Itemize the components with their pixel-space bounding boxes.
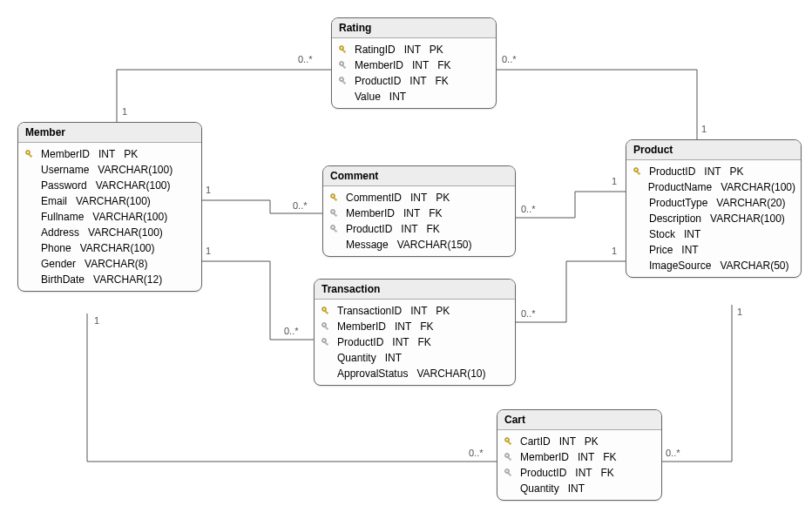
column-label: Price INT <box>649 244 699 256</box>
key-slot <box>328 208 341 219</box>
column-row: RatingID INT PK <box>334 42 494 57</box>
foreign-key-icon <box>321 321 331 332</box>
entity-cart: Cart CartID INT PK MemberID INT FK Produ… <box>497 409 662 501</box>
mult-member-cart-1: 1 <box>94 315 99 326</box>
column-row: Address VARCHAR(100) <box>20 225 200 240</box>
column-label: MemberID INT FK <box>355 59 450 71</box>
primary-key-icon <box>329 192 340 203</box>
entity-comment-body: CommentID INT PK MemberID INT FK Product… <box>323 186 515 256</box>
mult-product-cart-1: 1 <box>737 307 742 317</box>
foreign-key-icon <box>321 337 331 347</box>
column-row: ProductID INT PK <box>628 164 799 179</box>
entity-rating-body: RatingID INT PK MemberID INT FK ProductI… <box>332 38 496 108</box>
foreign-key-icon <box>338 60 348 71</box>
svg-point-29 <box>323 308 325 310</box>
svg-point-53 <box>635 169 637 171</box>
column-row: CartID INT PK <box>499 434 660 449</box>
entity-product-body: ProductID INT PKProductName VARCHAR(100)… <box>626 160 801 277</box>
key-slot <box>328 224 341 234</box>
foreign-key-icon <box>329 208 340 219</box>
column-row: ProductID INT FK <box>316 334 513 350</box>
column-label: MemberID INT FK <box>346 207 442 219</box>
column-label: Quantity INT <box>337 352 402 364</box>
key-slot <box>503 468 515 478</box>
mult-product-cart-many: 0..* <box>666 448 680 458</box>
entity-comment-title: Comment <box>323 166 515 186</box>
column-row: Price INT <box>628 242 799 258</box>
column-label: MemberID INT FK <box>337 320 433 333</box>
entity-rating: Rating RatingID INT PK MemberID INT FK P… <box>331 17 497 109</box>
mult-product-comment-many: 0..* <box>521 204 536 214</box>
mult-member-rating-many: 0..* <box>298 54 313 64</box>
column-label: ProductType VARCHAR(20) <box>649 197 786 209</box>
column-label: ProductName VARCHAR(100) <box>648 181 795 193</box>
mult-member-comment-1: 1 <box>206 185 211 195</box>
column-row: Password VARCHAR(100) <box>20 178 200 193</box>
column-row: Fullname VARCHAR(100) <box>20 209 200 225</box>
column-label: Fullname VARCHAR(100) <box>41 211 167 223</box>
column-row: ApprovalStatus VARCHAR(10) <box>316 366 513 381</box>
column-label: ImageSource VARCHAR(50) <box>649 260 789 272</box>
key-slot <box>320 321 332 332</box>
mult-product-rating-1: 1 <box>701 124 707 134</box>
column-row: Value INT <box>334 89 494 104</box>
column-row: MemberID INT FK <box>334 57 494 73</box>
foreign-key-icon <box>329 224 340 234</box>
column-label: Address VARCHAR(100) <box>41 226 163 239</box>
mult-member-transaction-1: 1 <box>206 246 211 256</box>
foreign-key-icon <box>338 76 348 86</box>
column-row: MemberID INT PK <box>20 146 200 162</box>
svg-point-9 <box>341 63 342 64</box>
primary-key-icon <box>24 149 35 159</box>
column-label: ProductID INT FK <box>355 75 449 87</box>
mult-member-cart-many: 0..* <box>469 448 484 458</box>
column-label: ProductID INT FK <box>520 467 614 479</box>
entity-member-title: Member <box>18 123 201 143</box>
column-row: Quantity INT <box>316 350 513 366</box>
entity-rating-title: Rating <box>332 18 496 38</box>
column-row: ProductID INT FK <box>499 465 660 481</box>
primary-key-icon <box>633 166 643 177</box>
primary-key-icon <box>321 306 331 316</box>
key-slot <box>24 149 36 159</box>
column-row: Stock INT <box>628 226 799 242</box>
column-label: Password VARCHAR(100) <box>41 179 171 192</box>
column-row: TransactionID INT PK <box>316 303 513 319</box>
svg-point-45 <box>506 455 508 456</box>
svg-point-33 <box>323 324 325 326</box>
column-label: MemberID INT FK <box>520 451 616 463</box>
key-slot <box>337 44 349 55</box>
column-label: Description VARCHAR(100) <box>649 212 785 225</box>
entity-product-title: Product <box>626 140 801 160</box>
column-label: Value INT <box>355 91 406 103</box>
svg-point-5 <box>341 47 342 49</box>
column-row: CommentID INT PK <box>325 190 513 206</box>
column-row: Message VARCHAR(150) <box>325 237 513 253</box>
primary-key-icon <box>338 44 348 55</box>
key-slot <box>328 192 341 203</box>
column-row: ProductType VARCHAR(20) <box>628 195 799 211</box>
svg-point-25 <box>332 226 334 228</box>
column-row: MemberID INT FK <box>316 319 513 334</box>
svg-point-49 <box>506 470 508 472</box>
entity-product: Product ProductID INT PKProductName VARC… <box>626 139 802 278</box>
entity-cart-title: Cart <box>497 410 661 430</box>
svg-point-41 <box>506 439 508 441</box>
column-row: ImageSource VARCHAR(50) <box>628 258 799 273</box>
key-slot <box>337 76 349 86</box>
column-label: CommentID INT PK <box>346 192 450 204</box>
column-label: BirthDate VARCHAR(12) <box>41 273 162 286</box>
mult-product-transaction-1: 1 <box>612 246 617 256</box>
column-row: Quantity INT <box>499 481 660 496</box>
column-row: ProductID INT FK <box>334 73 494 89</box>
column-label: Message VARCHAR(150) <box>346 239 472 251</box>
column-label: CartID INT PK <box>520 435 599 448</box>
mult-product-rating-many: 0..* <box>502 54 517 64</box>
column-row: ProductID INT FK <box>325 221 513 237</box>
column-label: Gender VARCHAR(8) <box>41 258 147 270</box>
column-label: ProductID INT PK <box>649 165 743 178</box>
column-row: MemberID INT FK <box>325 206 513 221</box>
entity-cart-body: CartID INT PK MemberID INT FK ProductID … <box>497 430 661 500</box>
key-slot <box>503 436 515 447</box>
svg-point-37 <box>323 340 325 341</box>
